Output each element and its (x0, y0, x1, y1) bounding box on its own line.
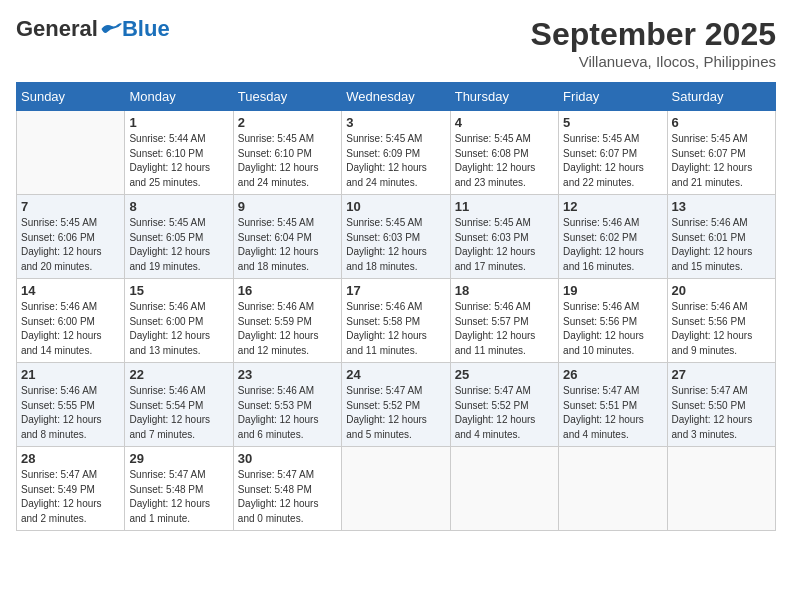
calendar-cell: 10Sunrise: 5:45 AM Sunset: 6:03 PM Dayli… (342, 195, 450, 279)
day-info: Sunrise: 5:47 AM Sunset: 5:52 PM Dayligh… (455, 384, 554, 442)
month-title: September 2025 (531, 16, 776, 53)
calendar-cell: 19Sunrise: 5:46 AM Sunset: 5:56 PM Dayli… (559, 279, 667, 363)
day-info: Sunrise: 5:46 AM Sunset: 5:58 PM Dayligh… (346, 300, 445, 358)
calendar-cell (17, 111, 125, 195)
day-info: Sunrise: 5:47 AM Sunset: 5:48 PM Dayligh… (238, 468, 337, 526)
day-number: 10 (346, 199, 445, 214)
day-info: Sunrise: 5:46 AM Sunset: 5:54 PM Dayligh… (129, 384, 228, 442)
day-number: 14 (21, 283, 120, 298)
day-info: Sunrise: 5:47 AM Sunset: 5:50 PM Dayligh… (672, 384, 771, 442)
logo-blue-text: Blue (122, 16, 170, 42)
logo-bird-icon (100, 21, 122, 37)
calendar-cell: 26Sunrise: 5:47 AM Sunset: 5:51 PM Dayli… (559, 363, 667, 447)
day-number: 3 (346, 115, 445, 130)
day-number: 5 (563, 115, 662, 130)
page-header: General Blue September 2025 Villanueva, … (16, 16, 776, 70)
day-number: 24 (346, 367, 445, 382)
day-info: Sunrise: 5:45 AM Sunset: 6:10 PM Dayligh… (238, 132, 337, 190)
calendar-cell: 9Sunrise: 5:45 AM Sunset: 6:04 PM Daylig… (233, 195, 341, 279)
calendar-cell: 25Sunrise: 5:47 AM Sunset: 5:52 PM Dayli… (450, 363, 558, 447)
day-info: Sunrise: 5:45 AM Sunset: 6:07 PM Dayligh… (563, 132, 662, 190)
day-info: Sunrise: 5:45 AM Sunset: 6:03 PM Dayligh… (346, 216, 445, 274)
calendar-cell: 28Sunrise: 5:47 AM Sunset: 5:49 PM Dayli… (17, 447, 125, 531)
calendar-cell: 22Sunrise: 5:46 AM Sunset: 5:54 PM Dayli… (125, 363, 233, 447)
calendar-cell: 14Sunrise: 5:46 AM Sunset: 6:00 PM Dayli… (17, 279, 125, 363)
calendar-cell: 16Sunrise: 5:46 AM Sunset: 5:59 PM Dayli… (233, 279, 341, 363)
location-text: Villanueva, Ilocos, Philippines (531, 53, 776, 70)
day-number: 6 (672, 115, 771, 130)
day-number: 22 (129, 367, 228, 382)
calendar-cell: 23Sunrise: 5:46 AM Sunset: 5:53 PM Dayli… (233, 363, 341, 447)
calendar-cell (342, 447, 450, 531)
calendar-table: SundayMondayTuesdayWednesdayThursdayFrid… (16, 82, 776, 531)
calendar-cell: 27Sunrise: 5:47 AM Sunset: 5:50 PM Dayli… (667, 363, 775, 447)
calendar-cell: 12Sunrise: 5:46 AM Sunset: 6:02 PM Dayli… (559, 195, 667, 279)
day-number: 21 (21, 367, 120, 382)
day-number: 11 (455, 199, 554, 214)
day-number: 4 (455, 115, 554, 130)
day-info: Sunrise: 5:46 AM Sunset: 6:02 PM Dayligh… (563, 216, 662, 274)
calendar-cell: 6Sunrise: 5:45 AM Sunset: 6:07 PM Daylig… (667, 111, 775, 195)
calendar-header-friday: Friday (559, 83, 667, 111)
day-number: 20 (672, 283, 771, 298)
calendar-cell: 1Sunrise: 5:44 AM Sunset: 6:10 PM Daylig… (125, 111, 233, 195)
day-info: Sunrise: 5:45 AM Sunset: 6:08 PM Dayligh… (455, 132, 554, 190)
day-info: Sunrise: 5:47 AM Sunset: 5:51 PM Dayligh… (563, 384, 662, 442)
calendar-cell: 8Sunrise: 5:45 AM Sunset: 6:05 PM Daylig… (125, 195, 233, 279)
calendar-week-row: 14Sunrise: 5:46 AM Sunset: 6:00 PM Dayli… (17, 279, 776, 363)
calendar-cell: 21Sunrise: 5:46 AM Sunset: 5:55 PM Dayli… (17, 363, 125, 447)
calendar-cell: 2Sunrise: 5:45 AM Sunset: 6:10 PM Daylig… (233, 111, 341, 195)
day-number: 19 (563, 283, 662, 298)
day-number: 29 (129, 451, 228, 466)
day-info: Sunrise: 5:45 AM Sunset: 6:03 PM Dayligh… (455, 216, 554, 274)
calendar-cell: 4Sunrise: 5:45 AM Sunset: 6:08 PM Daylig… (450, 111, 558, 195)
calendar-header-monday: Monday (125, 83, 233, 111)
day-info: Sunrise: 5:47 AM Sunset: 5:52 PM Dayligh… (346, 384, 445, 442)
day-info: Sunrise: 5:46 AM Sunset: 6:00 PM Dayligh… (129, 300, 228, 358)
day-number: 15 (129, 283, 228, 298)
calendar-cell: 18Sunrise: 5:46 AM Sunset: 5:57 PM Dayli… (450, 279, 558, 363)
day-number: 18 (455, 283, 554, 298)
calendar-header-saturday: Saturday (667, 83, 775, 111)
day-number: 7 (21, 199, 120, 214)
day-info: Sunrise: 5:46 AM Sunset: 5:57 PM Dayligh… (455, 300, 554, 358)
calendar-header-sunday: Sunday (17, 83, 125, 111)
calendar-cell: 29Sunrise: 5:47 AM Sunset: 5:48 PM Dayli… (125, 447, 233, 531)
calendar-cell (667, 447, 775, 531)
calendar-header-wednesday: Wednesday (342, 83, 450, 111)
day-number: 2 (238, 115, 337, 130)
day-number: 16 (238, 283, 337, 298)
day-info: Sunrise: 5:45 AM Sunset: 6:04 PM Dayligh… (238, 216, 337, 274)
calendar-cell: 17Sunrise: 5:46 AM Sunset: 5:58 PM Dayli… (342, 279, 450, 363)
calendar-week-row: 21Sunrise: 5:46 AM Sunset: 5:55 PM Dayli… (17, 363, 776, 447)
day-info: Sunrise: 5:45 AM Sunset: 6:05 PM Dayligh… (129, 216, 228, 274)
calendar-header-row: SundayMondayTuesdayWednesdayThursdayFrid… (17, 83, 776, 111)
calendar-header-tuesday: Tuesday (233, 83, 341, 111)
day-info: Sunrise: 5:45 AM Sunset: 6:06 PM Dayligh… (21, 216, 120, 274)
day-info: Sunrise: 5:45 AM Sunset: 6:09 PM Dayligh… (346, 132, 445, 190)
day-info: Sunrise: 5:46 AM Sunset: 5:59 PM Dayligh… (238, 300, 337, 358)
calendar-cell: 7Sunrise: 5:45 AM Sunset: 6:06 PM Daylig… (17, 195, 125, 279)
calendar-cell: 13Sunrise: 5:46 AM Sunset: 6:01 PM Dayli… (667, 195, 775, 279)
day-number: 28 (21, 451, 120, 466)
day-number: 25 (455, 367, 554, 382)
day-number: 17 (346, 283, 445, 298)
logo-general-text: General (16, 16, 98, 42)
day-info: Sunrise: 5:44 AM Sunset: 6:10 PM Dayligh… (129, 132, 228, 190)
day-info: Sunrise: 5:47 AM Sunset: 5:49 PM Dayligh… (21, 468, 120, 526)
title-block: September 2025 Villanueva, Ilocos, Phili… (531, 16, 776, 70)
day-number: 27 (672, 367, 771, 382)
calendar-cell: 11Sunrise: 5:45 AM Sunset: 6:03 PM Dayli… (450, 195, 558, 279)
calendar-week-row: 7Sunrise: 5:45 AM Sunset: 6:06 PM Daylig… (17, 195, 776, 279)
day-info: Sunrise: 5:46 AM Sunset: 6:01 PM Dayligh… (672, 216, 771, 274)
logo: General Blue (16, 16, 170, 42)
calendar-cell: 20Sunrise: 5:46 AM Sunset: 5:56 PM Dayli… (667, 279, 775, 363)
day-info: Sunrise: 5:46 AM Sunset: 5:55 PM Dayligh… (21, 384, 120, 442)
day-number: 8 (129, 199, 228, 214)
day-number: 12 (563, 199, 662, 214)
calendar-cell: 30Sunrise: 5:47 AM Sunset: 5:48 PM Dayli… (233, 447, 341, 531)
calendar-week-row: 1Sunrise: 5:44 AM Sunset: 6:10 PM Daylig… (17, 111, 776, 195)
day-info: Sunrise: 5:46 AM Sunset: 5:56 PM Dayligh… (563, 300, 662, 358)
day-info: Sunrise: 5:45 AM Sunset: 6:07 PM Dayligh… (672, 132, 771, 190)
day-info: Sunrise: 5:47 AM Sunset: 5:48 PM Dayligh… (129, 468, 228, 526)
